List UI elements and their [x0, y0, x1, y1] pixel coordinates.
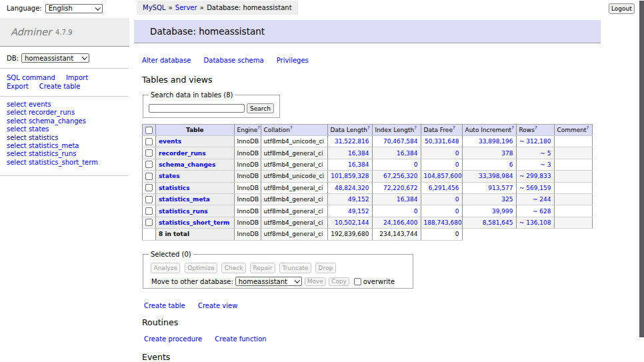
row-checkbox[interactable] — [145, 207, 153, 215]
sidebar-select-link[interactable]: select — [7, 159, 27, 166]
auto-increment-cell-link[interactable]: 39,999 — [492, 208, 513, 215]
data-length-cell-link[interactable]: 16,384 — [348, 150, 369, 157]
sidebar-link-sql-command[interactable]: SQL command — [7, 74, 55, 81]
move-button[interactable]: Move — [305, 277, 326, 286]
rows-cell-link[interactable]: ~ 136,108 — [519, 219, 551, 226]
truncate-button[interactable]: Truncate — [279, 263, 311, 273]
data-length-cell-link[interactable]: 49,152 — [348, 196, 369, 203]
row-checkbox[interactable] — [145, 184, 153, 191]
table-name-link[interactable]: events — [159, 138, 181, 145]
index-length-cell-link[interactable]: 24,166,400 — [383, 219, 418, 226]
table-name-link[interactable]: schema_changes — [159, 161, 215, 168]
overwrite-checkbox[interactable] — [354, 278, 361, 285]
help-link[interactable]: ? — [290, 125, 293, 131]
rows-cell-link[interactable]: ~ 299,833 — [519, 173, 551, 179]
table-name-link[interactable]: recorder_runs — [159, 150, 206, 157]
breadcrumb-link-mysql[interactable]: MySQL — [143, 4, 165, 11]
help-link[interactable]: ? — [511, 125, 514, 131]
data-length-cell-link[interactable]: 49,152 — [348, 208, 369, 215]
repair-button[interactable]: Repair — [250, 263, 275, 273]
copy-button[interactable]: Copy — [329, 277, 349, 286]
help-link[interactable]: ? — [367, 125, 370, 131]
privileges-link[interactable]: Privileges — [277, 57, 309, 64]
auto-increment-cell-link[interactable]: 378 — [501, 150, 513, 157]
row-checkbox[interactable] — [145, 138, 153, 145]
help-link[interactable]: ? — [414, 125, 417, 131]
row-checkbox[interactable] — [145, 196, 153, 203]
auto-increment-cell-link[interactable]: 913,577 — [488, 185, 513, 191]
auto-increment-cell-link[interactable]: 8,581,645 — [483, 219, 513, 226]
sidebar-select-link[interactable]: select — [7, 101, 27, 108]
data-length-cell-link[interactable]: 31,522,816 — [335, 138, 369, 145]
index-length-cell-link[interactable]: 16,384 — [397, 196, 418, 203]
check-button[interactable]: Check — [221, 263, 246, 273]
sidebar-select-link[interactable]: select — [7, 109, 27, 116]
index-length-cell-link[interactable]: 0 — [414, 208, 418, 215]
sidebar-table-link[interactable]: states — [29, 125, 49, 133]
auto-increment-cell-link[interactable]: 325 — [501, 196, 513, 203]
index-length-cell-link[interactable]: 16,384 — [397, 150, 418, 157]
data-free-cell-link[interactable]: 50,331,648 — [425, 138, 459, 145]
language-select[interactable]: English — [45, 4, 103, 13]
optimize-button[interactable]: Optimize — [185, 263, 217, 273]
table-name-link[interactable]: statistics_runs — [159, 208, 208, 215]
index-length-cell-link[interactable]: 72,220,672 — [383, 185, 418, 191]
alter-database-link[interactable]: Alter database — [142, 57, 191, 64]
data-length-cell-link[interactable]: 48,824,320 — [335, 185, 369, 191]
rows-cell-link[interactable]: ~ 628 — [533, 208, 551, 215]
help-link[interactable]: ? — [587, 125, 589, 131]
table-name-link[interactable]: statistics — [159, 185, 190, 191]
rows-cell-link[interactable]: ~ 3 — [540, 161, 551, 168]
data-free-cell-link[interactable]: 0 — [455, 161, 459, 168]
data-free-cell-link[interactable]: 104,857,600 — [424, 173, 462, 179]
rows-cell-link[interactable]: ~ 312,180 — [519, 138, 551, 145]
logout-button[interactable]: Logout — [609, 3, 635, 14]
index-length-cell-link[interactable]: 70,467,584 — [383, 138, 418, 145]
auto-increment-cell-link[interactable]: 33,398,984 — [479, 173, 513, 179]
table-name-link[interactable]: statistics_short_term — [159, 219, 229, 226]
sidebar-table-link[interactable]: schema_changes — [29, 117, 86, 125]
vertical-scrollbar[interactable] — [639, 0, 644, 362]
sidebar-select-link[interactable]: select — [7, 142, 27, 149]
data-length-cell-link[interactable]: 16,384 — [348, 161, 369, 168]
data-free-cell-link[interactable]: 6,291,456 — [429, 185, 459, 191]
row-checkbox[interactable] — [145, 173, 153, 180]
sidebar-table-link[interactable]: statistics_runs — [29, 150, 77, 157]
database-schema-link[interactable]: Database schema — [204, 57, 264, 64]
sidebar-select-link[interactable]: select — [7, 134, 27, 141]
data-length-cell-link[interactable]: 10,502,144 — [335, 219, 369, 226]
sidebar-select-link[interactable]: select — [7, 125, 27, 133]
search-button[interactable]: Search — [247, 103, 274, 113]
row-checkbox[interactable] — [145, 219, 153, 226]
auto-increment-cell-link[interactable]: 6 — [509, 161, 513, 168]
index-length-cell-link[interactable]: 0 — [414, 161, 418, 168]
sidebar-link-export[interactable]: Export — [7, 83, 29, 90]
table-name-link[interactable]: states — [159, 173, 180, 179]
sidebar-table-link[interactable]: statistics_short_term — [29, 159, 98, 166]
rows-cell-link[interactable]: ~ 569,159 — [519, 185, 551, 191]
sidebar-table-link[interactable]: events — [29, 101, 51, 108]
sidebar-table-link[interactable]: recorder_runs — [29, 109, 75, 116]
analyze-button[interactable]: Analyze — [151, 263, 180, 273]
table-name-link[interactable]: statistics_meta — [159, 196, 210, 203]
index-length-cell-link[interactable]: 67,256,320 — [383, 173, 418, 179]
search-input[interactable] — [149, 104, 245, 113]
row-checkbox[interactable] — [145, 149, 153, 157]
sidebar-link-import[interactable]: Import — [66, 74, 88, 81]
rows-cell-link[interactable]: ~ 244 — [533, 196, 551, 203]
sidebar-table-link[interactable]: statistics_meta — [29, 142, 79, 149]
data-free-cell-link[interactable]: 0 — [455, 196, 459, 203]
data-free-cell-link[interactable]: 188,743,680 — [424, 219, 462, 226]
auto-increment-cell-link[interactable]: 33,898,196 — [479, 138, 513, 145]
create-procedure-link[interactable]: Create procedure — [144, 335, 202, 343]
drop-button[interactable]: Drop — [315, 263, 336, 273]
rows-cell-link[interactable]: ~ 5 — [540, 150, 551, 157]
help-link[interactable]: ? — [453, 125, 455, 131]
data-free-cell-link[interactable]: 0 — [455, 208, 459, 215]
scrollbar-thumb[interactable] — [639, 1, 644, 337]
row-checkbox[interactable] — [145, 161, 153, 168]
sidebar-select-link[interactable]: select — [7, 150, 27, 157]
help-link[interactable]: ? — [257, 125, 260, 131]
move-database-select[interactable]: homeassistant — [235, 277, 302, 286]
create-table-link[interactable]: Create table — [144, 302, 185, 309]
